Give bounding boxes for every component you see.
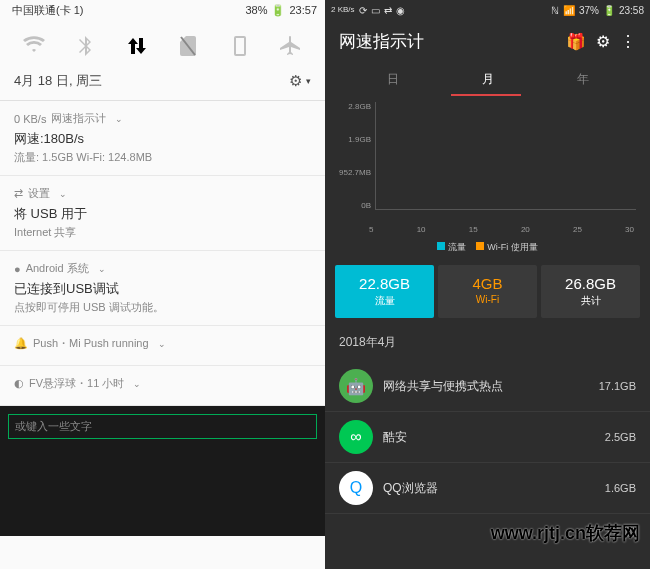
svg-rect-0 [235,37,245,55]
app-usage: 2.5GB [605,431,636,443]
chevron-down-icon[interactable]: ▾ [306,76,311,86]
stats-row: 22.8GB流量 4GBWi-Fi 26.8GB共计 [325,259,650,324]
more-icon[interactable]: ⋮ [620,32,636,51]
portrait-icon[interactable] [228,34,252,58]
battery-pct: 38% [245,4,267,16]
legend-wifi: Wi-Fi 使用量 [476,241,538,254]
clock: 23:57 [289,4,317,16]
speed-indicator: 2 KB/s [331,6,355,14]
data-icon[interactable] [125,34,149,58]
stat-total[interactable]: 26.8GB共计 [541,265,640,318]
app-icon: ∞ [339,420,373,454]
battery-pct: 37% [579,5,599,16]
gear-icon[interactable]: ⚙ [289,72,302,90]
notification[interactable]: ◐FV悬浮球・11 小时⌄ [0,366,325,406]
stat-mobile[interactable]: 22.8GB流量 [335,265,434,318]
date-row: 4月 18 日, 周三 ⚙ ▾ [0,68,325,101]
notif-title: 已连接到USB调试 [14,280,311,298]
carrier: 中国联通(卡 1) [12,3,84,18]
notif-body: 流量: 1.5GB Wi-Fi: 124.8MB [14,150,311,165]
titlebar: 网速指示计 🎁 ⚙ ⋮ [325,20,650,63]
chevron-down-icon[interactable]: ⌄ [133,379,141,389]
image-icon: ▭ [371,5,380,16]
period-tabs: 日 月 年 [325,63,650,96]
battery-icon: 🔋 [271,4,285,17]
nfc-icon: ℕ [551,5,559,16]
app-usage: 17.1GB [599,380,636,392]
app-icon: 🤖 [339,369,373,403]
notif-header: ◐FV悬浮球・11 小时⌄ [14,376,311,391]
stat-wifi[interactable]: 4GBWi-Fi [438,265,537,318]
date-text: 4月 18 日, 周三 [14,72,102,90]
month-label: 2018年4月 [325,324,650,361]
gear-icon[interactable]: ⚙ [596,32,610,51]
gift-icon[interactable]: 🎁 [566,32,586,51]
swap-icon: ⇄ [384,5,392,16]
app-name: QQ浏览器 [383,480,595,497]
battery-icon: 🔋 [603,5,615,16]
tab-month[interactable]: 月 [440,63,535,96]
sync-icon: ⟳ [359,5,367,16]
notification[interactable]: 🔔Push・Mi Push running⌄ [0,326,325,366]
app-name: 网络共享与便携式热点 [383,378,589,395]
chevron-down-icon[interactable]: ⌄ [115,114,123,124]
app-icon: ◐ [14,377,24,390]
app-row[interactable]: QQQ浏览器1.6GB [325,463,650,514]
airplane-icon[interactable] [279,34,303,58]
notification[interactable]: 0 KB/s网速指示计⌄网速:180B/s流量: 1.5GB Wi-Fi: 12… [0,101,325,176]
x-axis: 51015202530 [367,222,636,234]
ime-area: 或键入一些文字 [0,406,325,536]
sim-icon[interactable] [176,34,200,58]
quick-settings [0,20,325,68]
tab-day[interactable]: 日 [345,63,440,96]
notification[interactable]: ●Android 系统⌄已连接到USB调试点按即可停用 USB 调试功能。 [0,251,325,326]
chevron-down-icon[interactable]: ⌄ [59,189,67,199]
app-icon: ⇄ [14,187,23,200]
notif-header: 0 KB/s网速指示计⌄ [14,111,311,126]
notif-body: 点按即可停用 USB 调试功能。 [14,300,311,315]
status-bar: 2 KB/s ⟳ ▭ ⇄ ◉ ℕ 📶 37% 🔋 23:58 [325,0,650,20]
app-icon: 0 KB/s [14,113,46,125]
app-name: Push・Mi Push running [33,336,149,351]
y-axis: 2.8GB1.9GB952.7MB0B [339,102,375,222]
app-icon: 🔔 [14,337,28,350]
app-name: 酷安 [383,429,595,446]
app-icon: ● [14,263,21,275]
notification[interactable]: ⇄设置⌄将 USB 用于Internet 共享 [0,176,325,251]
chart-legend: 流量 Wi-Fi 使用量 [325,236,650,259]
page-title: 网速指示计 [339,30,556,53]
app-row[interactable]: 🤖网络共享与便携式热点17.1GB [325,361,650,412]
bluetooth-icon[interactable] [73,34,97,58]
app-usage: 1.6GB [605,482,636,494]
notif-header: ●Android 系统⌄ [14,261,311,276]
watermark: www.rjtj.cn软荐网 [491,521,640,545]
notif-header: 🔔Push・Mi Push running⌄ [14,336,311,351]
app-icon: Q [339,471,373,505]
wifi-icon[interactable] [22,34,46,58]
chevron-down-icon[interactable]: ⌄ [158,339,166,349]
app-row[interactable]: ∞酷安2.5GB [325,412,650,463]
app-name: 网速指示计 [51,111,106,126]
record-icon: ◉ [396,5,405,16]
notif-title: 将 USB 用于 [14,205,311,223]
signal-icon: 📶 [563,5,575,16]
app-name: Android 系统 [26,261,89,276]
usage-chart: 2.8GB1.9GB952.7MB0B 51015202530 [325,96,650,236]
text-input[interactable]: 或键入一些文字 [8,414,317,439]
chevron-down-icon[interactable]: ⌄ [98,264,106,274]
chart-bars [375,102,636,210]
status-bar: 中国联通(卡 1) 38% 🔋 23:57 [0,0,325,20]
notif-title: 网速:180B/s [14,130,311,148]
notif-body: Internet 共享 [14,225,311,240]
clock: 23:58 [619,5,644,16]
tab-year[interactable]: 年 [535,63,630,96]
app-name: FV悬浮球・11 小时 [29,376,124,391]
legend-mobile: 流量 [437,241,466,254]
notif-header: ⇄设置⌄ [14,186,311,201]
app-name: 设置 [28,186,50,201]
